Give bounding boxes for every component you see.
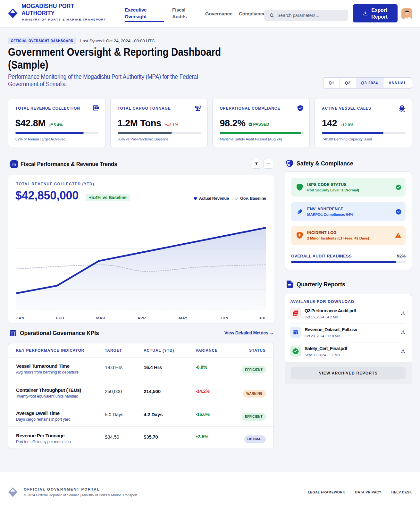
svg-text:MAY: MAY	[179, 316, 188, 320]
svg-text:JUN: JUN	[220, 316, 228, 320]
svg-text:PDF: PDF	[295, 312, 298, 314]
svg-text:JUL: JUL	[259, 316, 267, 320]
svg-text:JAN: JAN	[16, 316, 24, 320]
svg-text:FEB: FEB	[56, 316, 64, 320]
svg-text:MAR: MAR	[96, 316, 105, 320]
svg-text:APR: APR	[138, 316, 146, 320]
